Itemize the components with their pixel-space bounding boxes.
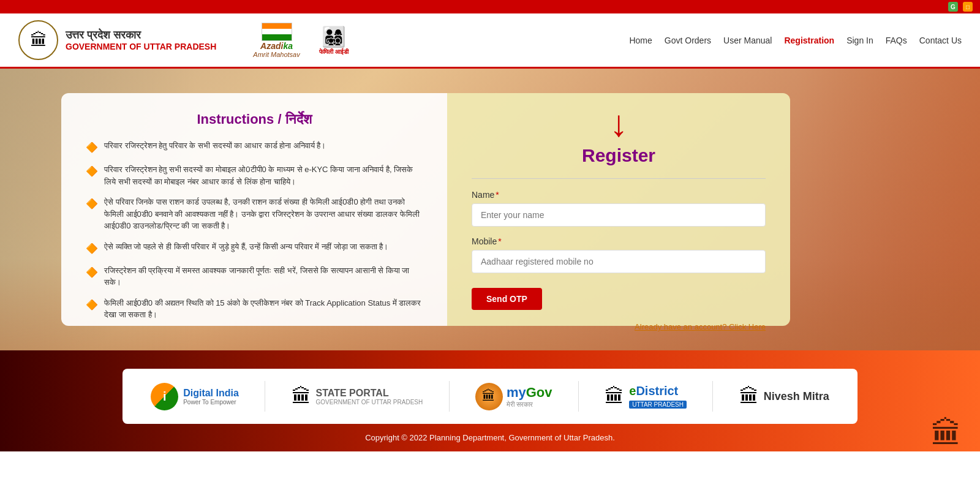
name-form-group: Name* (472, 190, 766, 227)
already-account-link[interactable]: Already have an account? Click Here (472, 322, 766, 331)
digital-india-tagline: Power To Empower (183, 399, 239, 405)
main-nav: Home Govt Orders User Manual Registratio… (629, 36, 962, 45)
bullet-1: 🔶 (86, 140, 98, 155)
header-logo: 🏛 उत्तर प्रदेश सरकार GOVERNMENT OF UTTAR… (18, 20, 216, 60)
header-center-logos: Azadika Amrit Mahotsav 👨‍👩‍👧‍👦 फेमिली आई… (253, 22, 355, 59)
edistrict-logo[interactable]: 🏛 eDistrict UTTAR PRADESH (605, 384, 687, 409)
instruction-text-4: ऐसे व्यक्ति जो पहले से ही किसी परिवार मे… (104, 241, 388, 256)
nav-sign-in[interactable]: Sign In (846, 36, 873, 45)
nav-contact-us[interactable]: Contact Us (919, 36, 962, 45)
title-english: GOVERNMENT OF UTTAR PRADESH (66, 42, 216, 51)
instruction-text-1: परिवार रजिस्ट्रेशन हेतु परिवार के सभी सद… (104, 140, 326, 155)
instruction-item-2: 🔶 परिवार रजिस्ट्रेशन हेतु सभी सदस्यों का… (86, 164, 423, 187)
bullet-2: 🔶 (86, 164, 98, 187)
nivesh-mitra-emblem: 🏛 (739, 385, 759, 408)
digital-india-logo[interactable]: i Digital India Power To Empower (151, 383, 239, 410)
bullet-6: 🔶 (86, 298, 98, 321)
instruction-text-3: ऐसे परिवार जिनके पास राशन कार्ड उपलब्ध ह… (104, 196, 423, 232)
state-emblem: 🏛 (18, 20, 58, 60)
family-id-logo: 👨‍👩‍👧‍👦 फेमिली आईडी (312, 22, 355, 59)
bullet-5: 🔶 (86, 265, 98, 289)
azadi-logo: Azadika Amrit Mahotsav (253, 23, 300, 58)
instructions-panel: Instructions / निर्देश 🔶 परिवार रजिस्ट्र… (61, 93, 447, 326)
mygov-tagline: मेरी सरकार (507, 401, 552, 409)
bullet-4: 🔶 (86, 241, 98, 256)
nivesh-mitra-text: Nivesh Mitra (764, 390, 829, 403)
digital-india-icon: i (151, 383, 178, 410)
state-portal-text: STATE PORTAL GOVERNMENT OF UTTAR PRADESH (316, 388, 423, 405)
top-icon-green: G (948, 2, 958, 12)
edistrict-name: eDistrict (629, 384, 687, 398)
nivesh-mitra-logo[interactable]: 🏛 Nivesh Mitra (739, 385, 829, 408)
name-label: Name* (472, 190, 766, 200)
footer-emblem: 🏛 (931, 416, 962, 451)
header-text: उत्तर प्रदेश सरकार GOVERNMENT OF UTTAR P… (66, 29, 216, 51)
nav-home[interactable]: Home (629, 36, 652, 45)
instruction-item-5: 🔶 रजिस्ट्रेशन की प्रक्रिया में समस्त आवश… (86, 265, 423, 289)
family-icon: 👨‍👩‍👧‍👦 (322, 25, 346, 48)
bullet-3: 🔶 (86, 197, 98, 232)
state-portal-logo[interactable]: 🏛 STATE PORTAL GOVERNMENT OF UTTAR PRADE… (292, 385, 423, 408)
instructions-title: Instructions / निर्देश (86, 111, 423, 127)
azadi-flag (262, 23, 292, 41)
copyright-text: Copyright © 2022 Planning Department, Go… (365, 433, 615, 442)
nav-faqs[interactable]: FAQs (886, 36, 907, 45)
mygov-name: myGov (507, 385, 552, 401)
nav-govt-orders[interactable]: Govt Orders (665, 36, 711, 45)
top-icon-orange: □ (963, 2, 973, 12)
register-title: Register (582, 145, 655, 166)
footer-divider-2 (449, 381, 450, 412)
mobile-form-group: Mobile* (472, 236, 766, 273)
mygov-icon: 🏛 (475, 383, 503, 410)
digital-india-name: Digital India (183, 388, 239, 399)
name-input[interactable] (472, 203, 766, 227)
footer-divider-3 (578, 381, 579, 412)
family-label: फेमिली आईडी (319, 48, 349, 56)
instruction-item-1: 🔶 परिवार रजिस्ट्रेशन हेतु परिवार के सभी … (86, 140, 423, 155)
send-otp-button[interactable]: Send OTP (472, 288, 542, 310)
hero-content: Instructions / निर्देश 🔶 परिवार रजिस्ट्र… (61, 93, 919, 326)
register-arrow-icon: ↓ (609, 105, 628, 142)
mobile-label: Mobile* (472, 236, 766, 246)
otp-button-wrapper: Send OTP (472, 283, 766, 310)
state-portal-emblem: 🏛 (292, 385, 311, 408)
azadi-subtitle: Amrit Mahotsav (253, 51, 300, 58)
top-bar: G □ (0, 0, 980, 13)
digital-india-text: Digital India Power To Empower (183, 388, 239, 405)
mygov-text: myGov मेरी सरकार (507, 385, 552, 409)
instruction-item-6: 🔶 फेमिली आई0डी0 की अद्यतन स्थिति को 15 अ… (86, 297, 423, 321)
instruction-item-3: 🔶 ऐसे परिवार जिनके पास राशन कार्ड उपलब्ध… (86, 196, 423, 232)
footer-logos-bar: i Digital India Power To Empower 🏛 STATE… (123, 369, 858, 424)
instruction-text-5: रजिस्ट्रेशन की प्रक्रिया में समस्त आवश्य… (104, 265, 423, 289)
azadi-title: Azadika (260, 41, 293, 51)
mygov-logo[interactable]: 🏛 myGov मेरी सरकार (475, 383, 552, 410)
nivesh-mitra-name: Nivesh Mitra (764, 390, 829, 402)
hero-section: Instructions / निर्देश 🔶 परिवार रजिस्ट्र… (0, 69, 980, 350)
mobile-input[interactable] (472, 250, 766, 273)
edistrict-emblem: 🏛 (605, 385, 624, 408)
header: 🏛 उत्तर प्रदेश सरकार GOVERNMENT OF UTTAR… (0, 13, 980, 69)
edistrict-text: eDistrict UTTAR PRADESH (629, 384, 687, 409)
nav-registration[interactable]: Registration (784, 36, 834, 45)
register-panel: ↓ Register Name* Mobile* Send OTP Alread… (447, 93, 790, 326)
footer: i Digital India Power To Empower 🏛 STATE… (0, 350, 980, 451)
footer-divider-4 (712, 381, 713, 412)
instruction-text-2: परिवार रजिस्ट्रेशन हेतु सभी सदस्यों का म… (104, 164, 423, 187)
footer-bottom: Copyright © 2022 Planning Department, Go… (0, 424, 980, 451)
state-portal-name: STATE PORTAL (316, 388, 423, 399)
nav-user-manual[interactable]: User Manual (723, 36, 772, 45)
footer-divider-1 (265, 381, 265, 412)
instruction-text-6: फेमिली आई0डी0 की अद्यतन स्थिति को 15 अंक… (104, 297, 423, 321)
divider (472, 178, 766, 179)
edistrict-tagline: UTTAR PRADESH (629, 401, 687, 409)
title-hindi: उत्तर प्रदेश सरकार (66, 29, 216, 42)
state-portal-tagline: GOVERNMENT OF UTTAR PRADESH (316, 399, 423, 405)
instruction-item-4: 🔶 ऐसे व्यक्ति जो पहले से ही किसी परिवार … (86, 241, 423, 256)
